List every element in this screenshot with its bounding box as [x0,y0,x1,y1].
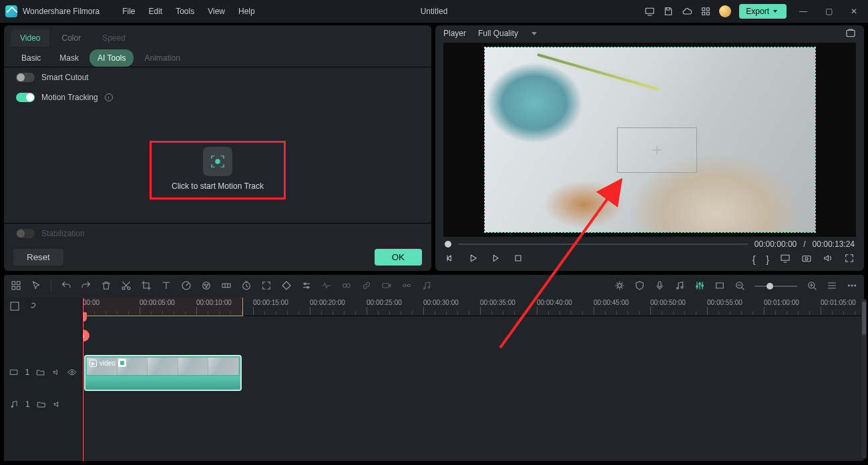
undo-icon[interactable] [61,280,71,293]
visibility-icon[interactable] [67,368,77,377]
enhance-icon[interactable] [614,280,625,293]
smart-cutout-toggle[interactable] [16,73,35,82]
prev-frame-icon[interactable] [445,253,455,266]
folder-icon[interactable] [36,368,45,377]
menu-view[interactable]: View [208,7,225,16]
menu-help[interactable]: Help [238,7,255,16]
motion-tracking-toggle[interactable] [16,93,35,102]
display-icon[interactable] [780,253,791,266]
info-icon[interactable]: i [105,93,113,101]
redo-icon[interactable] [81,280,91,293]
text-icon[interactable] [161,280,172,293]
close-button[interactable]: ✕ [845,7,863,16]
timeline-scrollbar[interactable] [861,299,867,459]
adjust-icon[interactable] [301,280,312,293]
tracks-minimap-icon[interactable] [9,301,20,314]
color-icon[interactable] [201,280,212,293]
mic-icon[interactable] [654,280,665,293]
screen-icon[interactable] [644,6,655,17]
quality-select[interactable]: Full Quality [478,29,537,38]
link-icon[interactable] [361,280,372,293]
menu-tools[interactable]: Tools [176,7,194,16]
mute-icon[interactable] [53,400,62,409]
mixer-icon[interactable] [694,280,705,293]
folder-icon[interactable] [37,400,46,409]
snapshot-icon[interactable] [845,28,856,39]
svg-point-26 [343,284,347,287]
more-icon[interactable] [847,280,857,293]
camera-icon[interactable] [801,253,812,266]
export-button[interactable]: Export [739,4,787,19]
menu-file[interactable]: File [122,7,135,16]
shield-icon[interactable] [634,280,645,293]
link-tracks-icon[interactable] [27,301,37,314]
subtab-basic[interactable]: Basic [13,49,49,67]
timeline-clip[interactable]: ▸ video [84,355,242,391]
subtab-animation[interactable]: Animation [136,49,188,67]
subtab-ai-tools[interactable]: AI Tools [89,49,134,67]
list-icon[interactable] [827,280,837,293]
stop-icon[interactable] [513,253,523,266]
marker-icon[interactable] [401,280,412,293]
beat-icon[interactable] [321,280,332,293]
cut-icon[interactable] [121,280,132,293]
zoom-in-icon[interactable] [807,280,817,293]
ruler-tick: 00:00:05:00 [140,299,175,306]
quality-label: Full Quality [478,29,518,38]
playhead[interactable]: ‹ [83,298,83,461]
playhead-handle[interactable] [445,241,451,248]
save-icon[interactable] [663,6,674,17]
svg-point-36 [681,286,683,288]
cloud-icon[interactable] [682,6,692,17]
menu-edit[interactable]: Edit [149,7,163,16]
play-icon[interactable] [467,253,478,266]
mute-icon[interactable] [52,368,61,377]
preview-video[interactable] [485,47,815,232]
speed-icon[interactable] [181,280,192,293]
ruler-tick: 00:00:15:00 [253,299,288,306]
tab-video[interactable]: Video [11,29,49,47]
maximize-button[interactable]: ▢ [820,7,837,16]
titlebar: Wondershare Filmora File Edit Tools View… [0,0,868,23]
tab-speed[interactable]: Speed [93,29,135,47]
minimize-button[interactable]: — [795,7,812,16]
motion-track-start-button[interactable] [203,147,232,176]
ok-button[interactable]: OK [375,249,422,266]
zoom-out-icon[interactable] [734,280,745,293]
pointer-icon[interactable] [31,280,41,293]
subtab-mask[interactable]: Mask [51,49,87,67]
music-icon[interactable] [421,280,432,293]
fullscreen-icon[interactable] [844,253,855,266]
account-avatar-icon[interactable] [719,5,731,17]
focus-icon[interactable] [261,280,272,293]
mask-icon[interactable] [281,280,292,293]
grid-icon[interactable] [11,280,21,293]
tab-color[interactable]: Color [52,29,90,47]
mark-out-icon[interactable]: } [766,254,769,265]
frame-icon[interactable] [714,280,725,293]
next-frame-icon[interactable] [490,253,501,266]
progress-bar[interactable] [458,244,748,245]
audio-track-header[interactable]: 1 [4,392,82,417]
volume-icon[interactable] [823,253,833,266]
reset-button[interactable]: Reset [13,249,63,266]
keyframe-icon[interactable] [221,280,232,293]
record-icon[interactable] [381,280,392,293]
svg-point-21 [206,286,207,288]
delete-icon[interactable] [101,280,112,293]
crop-icon[interactable] [141,280,152,293]
apps-icon[interactable] [700,6,711,17]
music2-icon[interactable] [674,280,685,293]
mark-in-icon[interactable]: { [752,254,756,265]
group-icon[interactable] [341,280,352,293]
svg-rect-34 [658,282,661,287]
zoom-slider[interactable] [754,286,797,287]
timeline-canvas[interactable]: 00:0000:00:05:0000:00:10:0000:00:15:0000… [83,298,864,461]
total-time: 00:00:13:24 [813,240,855,249]
video-track-header[interactable]: 1 [4,353,82,392]
playhead-marker-icon[interactable]: ‹ [83,330,89,342]
duration-icon[interactable] [241,280,252,293]
svg-rect-3 [702,12,705,15]
timeline-ruler[interactable]: 00:0000:00:05:0000:00:10:0000:00:15:0000… [83,298,864,316]
motion-track-target[interactable] [617,127,697,173]
